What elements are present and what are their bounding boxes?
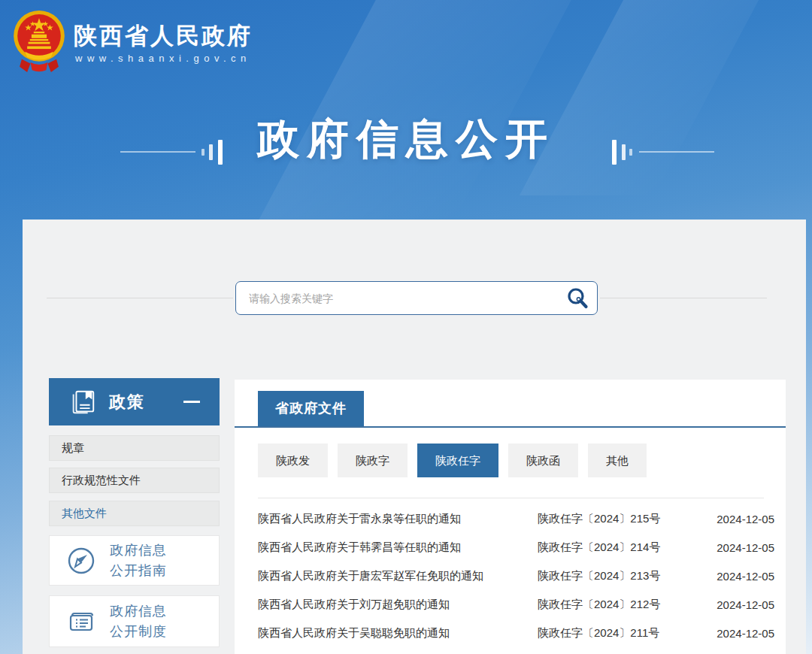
document-list: 陕西省人民政府关于雷永泉等任职的通知 陕政任字〔2024〕215号 2024-1…	[258, 504, 774, 647]
document-date: 2024-12-05	[705, 627, 774, 640]
document-title-link[interactable]: 陕西省人民政府关于韩霁昌等任职的通知	[258, 540, 538, 555]
document-number: 陕政任字〔2024〕211号	[538, 626, 705, 640]
document-number: 陕政任字〔2024〕214号	[538, 540, 705, 555]
document-number: 陕政任字〔2024〕215号	[538, 512, 705, 526]
search-input[interactable]	[236, 282, 552, 314]
document-icon	[66, 607, 96, 637]
table-row[interactable]: 陕西省人民政府关于雷永泉等任职的通知 陕政任字〔2024〕215号 2024-1…	[258, 504, 774, 533]
compass-icon	[66, 546, 96, 576]
book-icon	[68, 388, 97, 416]
sidebar-item-administrative-normative-docs[interactable]: 行政规范性文件	[49, 468, 220, 493]
table-row[interactable]: 陕西省人民政府关于韩霁昌等任职的通知 陕政任字〔2024〕214号 2024-1…	[258, 533, 774, 562]
table-row[interactable]: 陕西省人民政府关于刘万超免职的通知 陕政任字〔2024〕212号 2024-12…	[258, 590, 774, 619]
page: 陕西省人民政府 www.shaanxi.gov.cn 政府信息公开 政策	[0, 0, 812, 654]
document-title-link[interactable]: 陕西省人民政府关于刘万超免职的通知	[258, 598, 538, 612]
sidebar-section-policy[interactable]: 政策	[49, 378, 220, 425]
hero-decoration-left	[120, 138, 233, 165]
site-url: www.shaanxi.gov.cn	[75, 53, 251, 64]
document-date: 2024-12-05	[705, 570, 774, 583]
sidebar-card-disclosure-guide[interactable]: 政府信息 公开指南	[49, 535, 220, 586]
list-divider	[258, 498, 764, 498]
tab-underline	[235, 426, 786, 428]
tab-provincial-gov-documents[interactable]: 省政府文件	[258, 391, 364, 426]
subtab-other[interactable]: 其他	[588, 444, 647, 477]
table-row[interactable]: 陕西省人民政府关于吴聪聪免职的通知 陕政任字〔2024〕211号 2024-12…	[258, 619, 774, 647]
search-bar	[235, 281, 598, 315]
document-number: 陕政任字〔2024〕212号	[538, 598, 705, 612]
sidebar-card-label: 政府信息 公开制度	[110, 601, 167, 640]
subtab-shanzhengfa[interactable]: 陕政发	[258, 444, 328, 477]
search-divider-right	[600, 298, 767, 298]
sidebar-section-label: 政策	[109, 391, 145, 413]
search-divider-left	[47, 298, 233, 298]
sidebar-item-other-documents[interactable]: 其他文件	[49, 501, 220, 526]
sidebar-item-regulations[interactable]: 规章	[49, 435, 220, 461]
national-emblem-icon	[12, 7, 66, 76]
table-row[interactable]: 陕西省人民政府关于唐宏军赵军任免职的通知 陕政任字〔2024〕213号 2024…	[258, 562, 774, 590]
subtab-shanzhengrenzi[interactable]: 陕政任字	[417, 444, 498, 477]
search-button[interactable]	[565, 286, 589, 310]
document-date: 2024-12-05	[705, 541, 774, 554]
sidebar-card-label: 政府信息 公开指南	[110, 540, 167, 580]
document-list-panel: 省政府文件 陕政发 陕政字 陕政任字 陕政函 其他 陕西省人民政府关于雷永泉等任…	[235, 380, 786, 654]
document-title-link[interactable]: 陕西省人民政府关于吴聪聪免职的通知	[258, 626, 538, 640]
document-date: 2024-12-05	[705, 513, 774, 525]
document-title-link[interactable]: 陕西省人民政府关于雷永泉等任职的通知	[258, 512, 538, 526]
search-icon	[565, 286, 589, 310]
document-date: 2024-12-05	[705, 598, 774, 611]
sidebar-card-disclosure-system[interactable]: 政府信息 公开制度	[49, 595, 220, 647]
hero-decoration-right	[601, 138, 714, 165]
subtab-shanzhengzi[interactable]: 陕政字	[338, 444, 408, 477]
site-title[interactable]: 陕西省人民政府	[74, 20, 253, 52]
document-number: 陕政任字〔2024〕213号	[538, 569, 705, 583]
document-title-link[interactable]: 陕西省人民政府关于唐宏军赵军任免职的通知	[258, 569, 538, 583]
subtab-shanzhenghan[interactable]: 陕政函	[508, 444, 578, 477]
collapse-minus-icon[interactable]	[183, 401, 200, 403]
document-category-tabs: 陕政发 陕政字 陕政任字 陕政函 其他	[258, 444, 647, 477]
